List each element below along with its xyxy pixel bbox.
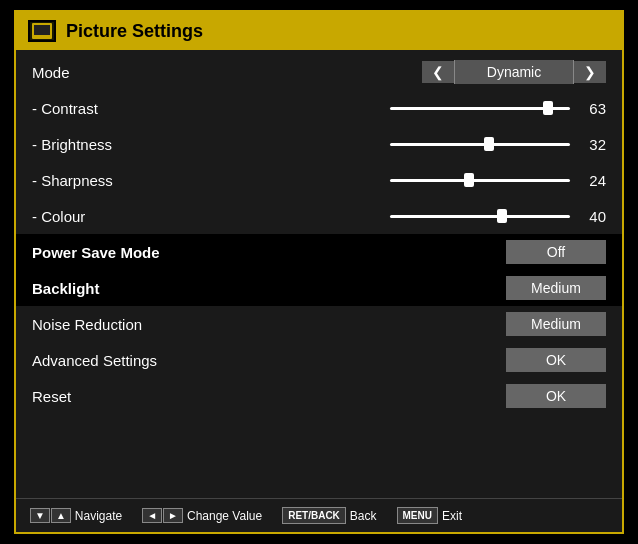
mode-selector[interactable]: ❮ Dynamic ❯ <box>332 60 606 84</box>
slider-value-1: 32 <box>332 136 606 153</box>
slider-track-container-1[interactable] <box>390 143 570 146</box>
selection-value-container-1: Medium <box>332 276 606 300</box>
selection-row-1[interactable]: Backlight Medium <box>16 270 622 306</box>
slider-num-3: 40 <box>578 208 606 225</box>
footer: ▼ ▲ Navigate ◄ ► Change Value RET/BACK B… <box>16 498 622 532</box>
selection-row-4[interactable]: Reset OK <box>16 378 622 414</box>
selection-label-4: Reset <box>32 388 332 405</box>
change-value-label: Change Value <box>187 509 262 523</box>
selection-value-container-4: OK <box>332 384 606 408</box>
screen: Picture Settings Mode ❮ Dynamic ❯ - Cont… <box>0 0 638 544</box>
back-hint: RET/BACK Back <box>282 507 376 524</box>
slider-row-1[interactable]: - Brightness 32 <box>16 126 622 162</box>
exit-label: Exit <box>442 509 462 523</box>
nav-up-down-icon: ▼ ▲ <box>30 508 71 523</box>
slider-track-0 <box>390 107 570 110</box>
selection-value-container-0: Off <box>332 240 606 264</box>
selection-value-3: OK <box>506 348 606 372</box>
title-icon <box>28 20 56 42</box>
navigate-label: Navigate <box>75 509 122 523</box>
slider-track-container-3[interactable] <box>390 215 570 218</box>
selection-value-container-3: OK <box>332 348 606 372</box>
slider-track-3 <box>390 215 570 218</box>
selection-label-0: Power Save Mode <box>32 244 332 261</box>
slider-row-3[interactable]: - Colour 40 <box>16 198 622 234</box>
selection-label-3: Advanced Settings <box>32 352 332 369</box>
slider-track-2 <box>390 179 570 182</box>
selection-rows: Power Save Mode Off Backlight Medium Noi… <box>16 234 622 414</box>
slider-row-0[interactable]: - Contrast 63 <box>16 90 622 126</box>
slider-thumb-1 <box>484 137 494 151</box>
selection-value-2: Medium <box>506 312 606 336</box>
selection-row-3[interactable]: Advanced Settings OK <box>16 342 622 378</box>
slider-label-2: - Sharpness <box>32 172 332 189</box>
exit-hint: MENU Exit <box>397 507 462 524</box>
slider-thumb-0 <box>543 101 553 115</box>
slider-value-0: 63 <box>332 100 606 117</box>
slider-label-0: - Contrast <box>32 100 332 117</box>
nav-left-right-icon: ◄ ► <box>142 508 183 523</box>
slider-thumb-2 <box>464 173 474 187</box>
slider-label-3: - Colour <box>32 208 332 225</box>
selection-row-2[interactable]: Noise Reduction Medium <box>16 306 622 342</box>
slider-num-2: 24 <box>578 172 606 189</box>
back-key: RET/BACK <box>282 507 346 524</box>
svg-rect-1 <box>34 25 50 35</box>
menu-key: MENU <box>397 507 438 524</box>
picture-settings-panel: Picture Settings Mode ❮ Dynamic ❯ - Cont… <box>14 10 624 534</box>
selection-value-container-2: Medium <box>332 312 606 336</box>
slider-value-2: 24 <box>332 172 606 189</box>
svg-rect-2 <box>38 36 46 38</box>
mode-label: Mode <box>32 64 332 81</box>
slider-rows: - Contrast 63 - Brightness 32 <box>16 90 622 234</box>
slider-row-2[interactable]: - Sharpness 24 <box>16 162 622 198</box>
selection-row-0[interactable]: Power Save Mode Off <box>16 234 622 270</box>
mode-prev-button[interactable]: ❮ <box>422 61 454 83</box>
change-value-hint: ◄ ► Change Value <box>142 508 262 523</box>
selection-value-1: Medium <box>506 276 606 300</box>
slider-thumb-3 <box>497 209 507 223</box>
mode-value: Dynamic <box>454 60 574 84</box>
slider-num-0: 63 <box>578 100 606 117</box>
selection-label-1: Backlight <box>32 280 332 297</box>
selection-value-0: Off <box>506 240 606 264</box>
slider-track-container-0[interactable] <box>390 107 570 110</box>
settings-area: Mode ❮ Dynamic ❯ - Contrast 63 - Brigh <box>16 50 622 498</box>
navigate-hint: ▼ ▲ Navigate <box>30 508 122 523</box>
panel-title-text: Picture Settings <box>66 21 203 42</box>
slider-track-1 <box>390 143 570 146</box>
slider-track-container-2[interactable] <box>390 179 570 182</box>
slider-value-3: 40 <box>332 208 606 225</box>
mode-next-button[interactable]: ❯ <box>574 61 606 83</box>
panel-title: Picture Settings <box>16 12 622 50</box>
mode-row[interactable]: Mode ❮ Dynamic ❯ <box>16 54 622 90</box>
slider-num-1: 32 <box>578 136 606 153</box>
back-label: Back <box>350 509 377 523</box>
slider-label-1: - Brightness <box>32 136 332 153</box>
selection-label-2: Noise Reduction <box>32 316 332 333</box>
selection-value-4: OK <box>506 384 606 408</box>
